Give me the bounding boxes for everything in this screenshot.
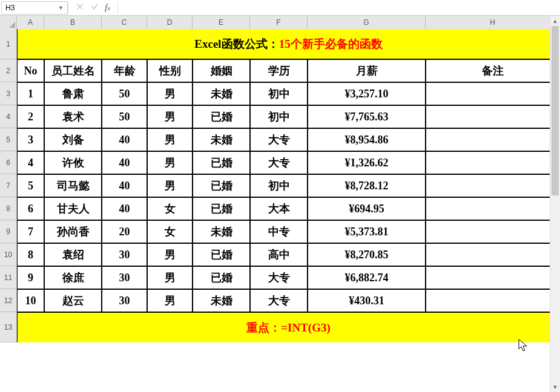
cancel-icon[interactable] xyxy=(76,2,84,13)
fx-icon[interactable]: fx xyxy=(105,2,110,13)
cell-no[interactable]: 10 xyxy=(17,289,44,312)
row-header-5[interactable]: 5 xyxy=(0,128,17,151)
cell-remark[interactable] xyxy=(426,105,560,128)
cell-remark[interactable] xyxy=(426,266,560,289)
cell-name[interactable]: 刘备 xyxy=(44,128,102,151)
cell-edu[interactable]: 初中 xyxy=(250,105,308,128)
cell-age[interactable]: 50 xyxy=(102,82,147,105)
cell-gender[interactable]: 女 xyxy=(147,220,193,243)
scroll-down-icon[interactable]: ▼ xyxy=(550,382,560,392)
cell-salary[interactable]: ¥430.31 xyxy=(308,289,426,312)
name-box-dropdown-icon[interactable]: ▼ xyxy=(58,5,64,11)
cell-gender[interactable]: 男 xyxy=(147,151,193,174)
cell-remark[interactable] xyxy=(426,243,560,266)
title-cell[interactable]: Excel函数公式：15个新手必备的函数 xyxy=(17,29,560,59)
cell-salary[interactable]: ¥3,257.10 xyxy=(308,82,426,105)
cell-age[interactable]: 20 xyxy=(102,220,147,243)
th-age[interactable]: 年龄 xyxy=(102,59,147,82)
cell-name[interactable]: 孙尚香 xyxy=(44,220,102,243)
th-salary[interactable]: 月薪 xyxy=(308,59,426,82)
cell-salary[interactable]: ¥5,373.81 xyxy=(308,220,426,243)
cell-name[interactable]: 鲁肃 xyxy=(44,82,102,105)
row-header-4[interactable]: 4 xyxy=(0,105,17,128)
cell-no[interactable]: 2 xyxy=(17,105,44,128)
name-box[interactable]: H3 ▼ xyxy=(1,1,68,15)
cell-remark[interactable] xyxy=(426,197,560,220)
cell-gender[interactable]: 男 xyxy=(147,243,193,266)
cell-no[interactable]: 8 xyxy=(17,243,44,266)
col-header-G[interactable]: G xyxy=(308,16,426,29)
confirm-icon[interactable] xyxy=(90,2,99,13)
th-remark[interactable]: 备注 xyxy=(426,59,560,82)
row-header-13[interactable]: 13 xyxy=(0,312,17,342)
cell-age[interactable]: 50 xyxy=(102,105,147,128)
cell-edu[interactable]: 大专 xyxy=(250,128,308,151)
cell-edu[interactable]: 初中 xyxy=(250,174,308,197)
cell-gender[interactable]: 男 xyxy=(147,82,193,105)
cell-salary[interactable]: ¥6,882.74 xyxy=(308,266,426,289)
cell-age[interactable]: 30 xyxy=(102,243,147,266)
cell-marriage[interactable]: 已婚 xyxy=(193,105,250,128)
cell-marriage[interactable]: 未婚 xyxy=(193,128,250,151)
cell-marriage[interactable]: 已婚 xyxy=(193,197,250,220)
row-header-3[interactable]: 3 xyxy=(0,82,17,105)
row-header-8[interactable]: 8 xyxy=(0,197,17,220)
cell-remark[interactable] xyxy=(426,128,560,151)
th-name[interactable]: 员工姓名 xyxy=(44,59,102,82)
cell-name[interactable]: 袁术 xyxy=(44,105,102,128)
cell-name[interactable]: 许攸 xyxy=(44,151,102,174)
cell-marriage[interactable]: 未婚 xyxy=(193,289,250,312)
cell-edu[interactable]: 大专 xyxy=(250,289,308,312)
cell-marriage[interactable]: 已婚 xyxy=(193,151,250,174)
cell-gender[interactable]: 男 xyxy=(147,174,193,197)
col-header-D[interactable]: D xyxy=(147,16,193,29)
cell-age[interactable]: 30 xyxy=(102,266,147,289)
cell-name[interactable]: 司马懿 xyxy=(44,174,102,197)
cell-age[interactable]: 40 xyxy=(102,128,147,151)
cell-edu[interactable]: 初中 xyxy=(250,82,308,105)
cell-remark[interactable] xyxy=(426,174,560,197)
cell-salary[interactable]: ¥1,326.62 xyxy=(308,151,426,174)
cell-salary[interactable]: ¥694.95 xyxy=(308,197,426,220)
cell-remark[interactable] xyxy=(426,82,560,105)
cell-salary[interactable]: ¥7,765.63 xyxy=(308,105,426,128)
th-no[interactable]: No xyxy=(17,59,44,82)
th-gender[interactable]: 性别 xyxy=(147,59,193,82)
col-header-A[interactable]: A xyxy=(17,16,44,29)
row-header-10[interactable]: 10 xyxy=(0,243,17,266)
cell-name[interactable]: 甘夫人 xyxy=(44,197,102,220)
th-marriage[interactable]: 婚姻 xyxy=(193,59,250,82)
cell-edu[interactable]: 中专 xyxy=(250,220,308,243)
col-header-H[interactable]: H xyxy=(426,16,560,29)
cell-marriage[interactable]: 已婚 xyxy=(193,243,250,266)
scroll-thumb[interactable] xyxy=(552,26,559,195)
cell-age[interactable]: 40 xyxy=(102,174,147,197)
cell-marriage[interactable]: 未婚 xyxy=(193,220,250,243)
cell-no[interactable]: 3 xyxy=(17,128,44,151)
cell-marriage[interactable]: 已婚 xyxy=(193,174,250,197)
formula-input[interactable] xyxy=(118,1,560,15)
cell-remark[interactable] xyxy=(426,220,560,243)
row-header-2[interactable]: 2 xyxy=(0,59,17,82)
cell-gender[interactable]: 男 xyxy=(147,128,193,151)
cell-salary[interactable]: ¥8,728.12 xyxy=(308,174,426,197)
cell-name[interactable]: 袁绍 xyxy=(44,243,102,266)
cell-name[interactable]: 徐庶 xyxy=(44,266,102,289)
th-edu[interactable]: 学历 xyxy=(250,59,308,82)
row-header-6[interactable]: 6 xyxy=(0,151,17,174)
select-all-corner[interactable] xyxy=(0,16,17,29)
scroll-up-icon[interactable]: ▲ xyxy=(550,16,560,26)
cell-age[interactable]: 30 xyxy=(102,289,147,312)
cell-gender[interactable]: 男 xyxy=(147,289,193,312)
cell-no[interactable]: 7 xyxy=(17,220,44,243)
vertical-scrollbar[interactable]: ▲ ▼ xyxy=(550,16,560,392)
cell-salary[interactable]: ¥8,270.85 xyxy=(308,243,426,266)
cell-remark[interactable] xyxy=(426,289,560,312)
col-header-F[interactable]: F xyxy=(250,16,308,29)
cell-no[interactable]: 5 xyxy=(17,174,44,197)
cell-gender[interactable]: 女 xyxy=(147,197,193,220)
col-header-E[interactable]: E xyxy=(193,16,250,29)
cell-no[interactable]: 1 xyxy=(17,82,44,105)
cell-no[interactable]: 9 xyxy=(17,266,44,289)
cell-gender[interactable]: 男 xyxy=(147,266,193,289)
